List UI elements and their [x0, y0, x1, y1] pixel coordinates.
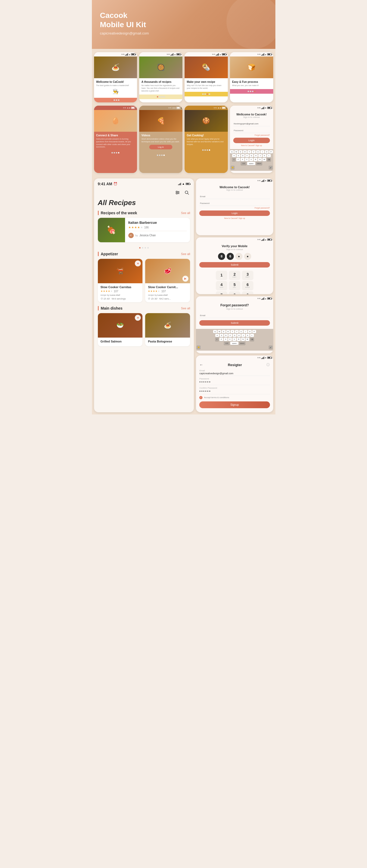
key-space[interactable]: space — [247, 162, 255, 165]
key-o[interactable]: O — [265, 150, 269, 153]
numpad-8[interactable]: 8 TUV — [229, 291, 240, 294]
numpad-3[interactable]: 3 DEF — [242, 271, 253, 279]
mid-signup-link[interactable]: Sign up — [239, 217, 245, 219]
key-t[interactable]: T — [247, 150, 251, 153]
signup-button[interactable]: Signup — [199, 401, 270, 408]
key-e[interactable]: E — [239, 150, 243, 153]
filter-icon[interactable] — [174, 189, 181, 196]
key-u[interactable]: U — [256, 150, 260, 153]
fkey-v[interactable]: V — [232, 338, 236, 341]
heart-button-1[interactable]: ♥ — [135, 260, 141, 267]
fkey-emoji[interactable]: 😊 — [197, 345, 201, 349]
login-button[interactable]: Log in — [149, 145, 173, 149]
fkey-n[interactable]: N — [241, 338, 245, 341]
fkey-h[interactable]: H — [237, 334, 241, 337]
key-l[interactable]: L — [267, 154, 271, 157]
key-x[interactable]: X — [241, 158, 245, 161]
numpad-1[interactable]: 1 — [216, 271, 227, 279]
key-z[interactable]: Z — [236, 158, 240, 161]
key-j[interactable]: J — [258, 154, 262, 157]
key-y[interactable]: Y — [252, 150, 256, 153]
main-dishes-see-all[interactable]: See all — [181, 307, 190, 310]
key-f[interactable]: F — [245, 154, 249, 157]
key-emoji[interactable]: 😊 — [230, 166, 235, 169]
fkey-s[interactable]: S — [220, 334, 223, 337]
key-return[interactable]: return — [256, 162, 262, 165]
numpad-2[interactable]: 2 ABC — [229, 271, 240, 279]
fkey-p[interactable]: P — [252, 330, 256, 333]
key-backspace[interactable]: ⌫ — [267, 158, 271, 161]
fkey-backspace[interactable]: ⌫ — [250, 338, 254, 341]
key-p[interactable]: P — [269, 150, 273, 153]
key-mic[interactable]: 🎤 — [269, 166, 273, 169]
fkey-m[interactable]: M — [246, 338, 249, 341]
fkey-l[interactable]: L — [250, 334, 254, 337]
fkey-space[interactable]: space — [230, 342, 238, 345]
mid-forgot-link[interactable]: Forgot password? — [199, 207, 270, 209]
back-arrow-icon[interactable]: ← — [199, 363, 203, 367]
key-g[interactable]: G — [250, 154, 253, 157]
fkey-b[interactable]: B — [237, 338, 241, 341]
fkey-shift[interactable]: ⇧ — [215, 338, 219, 341]
key-shift[interactable]: ⇧ — [232, 158, 236, 161]
login-submit-button[interactable]: Login — [233, 138, 270, 143]
key-n[interactable]: N — [258, 158, 262, 161]
fkey-q[interactable]: Q — [213, 330, 217, 333]
key-v[interactable]: V — [249, 158, 253, 161]
forgot-email-input[interactable] — [199, 313, 270, 318]
password-input[interactable] — [233, 128, 270, 133]
forgot-submit-button[interactable]: Submit — [199, 320, 270, 326]
numpad-6[interactable]: 6 MNO — [242, 281, 253, 290]
fkey-o[interactable]: O — [248, 330, 252, 333]
week-see-all[interactable]: See all — [181, 211, 190, 215]
fkey-g[interactable]: G — [233, 334, 236, 337]
mid-login-button[interactable]: Login — [199, 211, 270, 216]
mid-email-input[interactable] — [199, 194, 270, 199]
key-i[interactable]: I — [260, 150, 264, 153]
key-c[interactable]: C — [245, 158, 249, 161]
fkey-k[interactable]: K — [246, 334, 250, 337]
fkey-r[interactable]: R — [226, 330, 230, 333]
key-r[interactable]: R — [243, 150, 247, 153]
numpad-9[interactable]: 9 WXYZ — [242, 291, 253, 294]
key-s[interactable]: S — [236, 154, 240, 157]
key-a[interactable]: A — [232, 154, 236, 157]
numpad-7[interactable]: 7 PQRS — [216, 291, 227, 294]
heart-button-3[interactable]: ♥ — [135, 315, 141, 321]
key-k[interactable]: K — [263, 154, 266, 157]
forgot-password-link[interactable]: Forgot password? — [233, 134, 270, 136]
fkey-j[interactable]: J — [242, 334, 245, 337]
numpad-4[interactable]: 4 GHI — [216, 281, 227, 290]
terms-checkbox[interactable]: ✓ — [199, 396, 202, 399]
mid-password-input[interactable] — [199, 201, 270, 206]
info-icon[interactable]: ⓘ — [266, 363, 270, 367]
fkey-e[interactable]: E — [222, 330, 226, 333]
fkey-i[interactable]: I — [244, 330, 247, 333]
fkey-t[interactable]: T — [230, 330, 234, 333]
key-123[interactable]: 123 — [241, 162, 247, 165]
key-w[interactable]: W — [234, 150, 238, 153]
email-input[interactable] — [233, 121, 270, 126]
fkey-return[interactable]: return — [239, 342, 246, 345]
fkey-d[interactable]: D — [224, 334, 228, 337]
verify-submit-button[interactable]: Submit — [199, 262, 270, 268]
fkey-w[interactable]: W — [218, 330, 221, 333]
play-button-2[interactable]: ▶ — [182, 276, 189, 282]
key-h[interactable]: H — [254, 154, 258, 157]
fkey-u[interactable]: U — [239, 330, 243, 333]
key-b[interactable]: B — [254, 158, 257, 161]
fkey-123[interactable]: 123 — [224, 342, 230, 345]
fkey-mic[interactable]: 🎤 — [269, 345, 273, 349]
fkey-x[interactable]: X — [224, 338, 228, 341]
fkey-y[interactable]: Y — [235, 330, 239, 333]
fkey-z[interactable]: Z — [219, 338, 223, 341]
appetizer-see-all[interactable]: See all — [181, 252, 190, 255]
fkey-a[interactable]: A — [215, 334, 219, 337]
key-q[interactable]: Q — [230, 150, 234, 153]
numpad-5[interactable]: 5 JKL — [229, 281, 240, 290]
key-m[interactable]: M — [262, 158, 266, 161]
signup-link[interactable]: Sign up — [256, 145, 262, 146]
fkey-c[interactable]: C — [228, 338, 232, 341]
fkey-f[interactable]: F — [228, 334, 232, 337]
key-d[interactable]: D — [241, 154, 245, 157]
